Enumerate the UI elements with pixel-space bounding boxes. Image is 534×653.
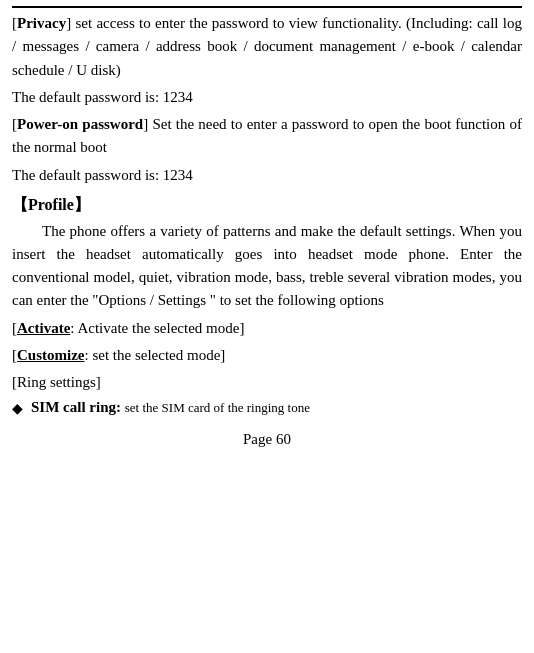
- profile-header-text: 【Profile】: [12, 193, 90, 218]
- profile-body: The phone offers a variety of patterns a…: [12, 220, 522, 313]
- bullet-diamond-icon: ◆: [12, 398, 23, 420]
- activate-line: [Activate: Activate the selected mode]: [12, 317, 522, 340]
- customize-line: [Customize: set the selected mode]: [12, 344, 522, 367]
- sim-ring-detail: set the SIM card of the ringing tone: [125, 400, 310, 415]
- bullet-item-text: SIM call ring: set the SIM card of the r…: [31, 396, 310, 419]
- privacy-label: Privacy: [17, 15, 66, 31]
- activate-label: Activate: [17, 320, 70, 336]
- poweron-default-password: The default password is: 1234: [12, 164, 522, 187]
- page-number: Page 60: [12, 428, 522, 451]
- privacy-text: set access to enter the password to view…: [12, 15, 522, 78]
- top-border: [12, 6, 522, 8]
- customize-label: Customize: [17, 347, 85, 363]
- customize-text: : set the selected mode: [85, 347, 221, 363]
- privacy-paragraph: [Privacy] set access to enter the passwo…: [12, 12, 522, 82]
- profile-header: 【Profile】: [12, 193, 522, 218]
- bullet-item-sim: ◆ SIM call ring: set the SIM card of the…: [12, 396, 522, 420]
- ring-settings: [Ring settings]: [12, 371, 522, 394]
- sim-ring-bold: SIM call ring:: [31, 399, 121, 415]
- activate-text: : Activate the selected mode: [70, 320, 239, 336]
- poweron-paragraph: [Power-on password] Set the need to ente…: [12, 113, 522, 160]
- poweron-label: Power-on password: [17, 116, 143, 132]
- privacy-default-password: The default password is: 1234: [12, 86, 522, 109]
